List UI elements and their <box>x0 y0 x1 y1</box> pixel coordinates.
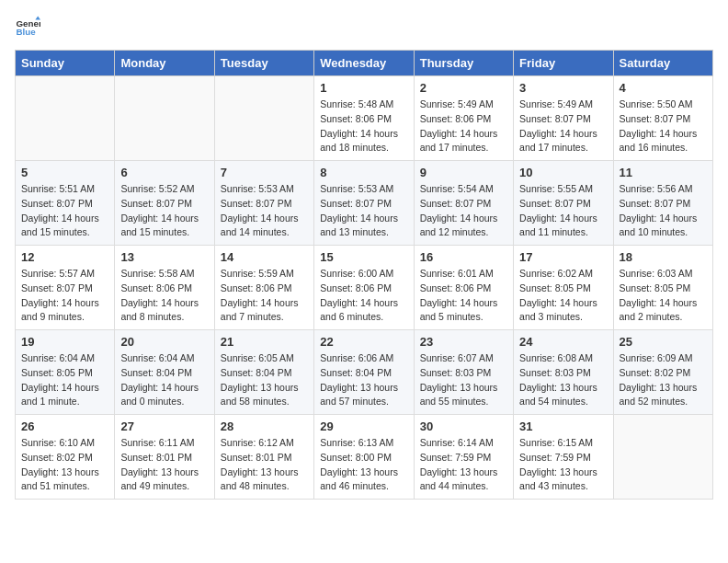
calendar-cell <box>613 415 712 500</box>
calendar-cell: 3Sunrise: 5:49 AM Sunset: 8:07 PM Daylig… <box>514 76 613 161</box>
day-number: 4 <box>620 81 707 95</box>
calendar-cell: 29Sunrise: 6:13 AM Sunset: 8:00 PM Dayli… <box>314 415 414 500</box>
day-number: 12 <box>21 250 108 264</box>
day-number: 27 <box>120 419 208 433</box>
calendar-cell: 13Sunrise: 5:58 AM Sunset: 8:06 PM Dayli… <box>115 246 214 330</box>
day-number: 3 <box>519 81 607 95</box>
calendar-cell: 10Sunrise: 5:55 AM Sunset: 8:07 PM Dayli… <box>514 161 613 246</box>
calendar-cell: 25Sunrise: 6:09 AM Sunset: 8:02 PM Dayli… <box>613 330 712 415</box>
day-info: Sunrise: 6:02 AM Sunset: 8:05 PM Dayligh… <box>519 267 607 325</box>
day-info: Sunrise: 5:59 AM Sunset: 8:06 PM Dayligh… <box>221 267 308 325</box>
calendar-cell: 6Sunrise: 5:52 AM Sunset: 8:07 PM Daylig… <box>115 161 214 246</box>
day-info: Sunrise: 5:53 AM Sunset: 8:07 PM Dayligh… <box>320 182 407 240</box>
calendar-cell: 12Sunrise: 5:57 AM Sunset: 8:07 PM Dayli… <box>16 246 115 330</box>
day-info: Sunrise: 5:52 AM Sunset: 8:07 PM Dayligh… <box>120 182 208 240</box>
calendar-cell: 14Sunrise: 5:59 AM Sunset: 8:06 PM Dayli… <box>214 246 313 330</box>
calendar-cell: 9Sunrise: 5:54 AM Sunset: 8:07 PM Daylig… <box>414 161 513 246</box>
day-number: 20 <box>120 335 208 349</box>
day-info: Sunrise: 5:50 AM Sunset: 8:07 PM Dayligh… <box>620 98 707 155</box>
day-info: Sunrise: 6:04 AM Sunset: 8:05 PM Dayligh… <box>21 351 108 409</box>
day-info: Sunrise: 5:49 AM Sunset: 8:06 PM Dayligh… <box>420 98 507 155</box>
calendar-cell: 24Sunrise: 6:08 AM Sunset: 8:03 PM Dayli… <box>514 330 613 415</box>
day-info: Sunrise: 5:49 AM Sunset: 8:07 PM Dayligh… <box>519 98 607 155</box>
calendar-cell: 27Sunrise: 6:11 AM Sunset: 8:01 PM Dayli… <box>115 415 214 500</box>
svg-text:Blue: Blue <box>16 27 36 37</box>
day-info: Sunrise: 5:53 AM Sunset: 8:07 PM Dayligh… <box>221 182 308 240</box>
day-number: 28 <box>221 419 308 433</box>
day-number: 9 <box>420 166 507 179</box>
day-info: Sunrise: 6:15 AM Sunset: 7:59 PM Dayligh… <box>519 436 607 494</box>
day-number: 8 <box>320 166 407 179</box>
day-info: Sunrise: 5:51 AM Sunset: 8:07 PM Dayligh… <box>21 182 108 240</box>
weekday-header-thursday: Thursday <box>414 51 513 76</box>
calendar-cell <box>115 76 214 161</box>
calendar-cell: 21Sunrise: 6:05 AM Sunset: 8:04 PM Dayli… <box>214 330 313 415</box>
calendar-cell: 22Sunrise: 6:06 AM Sunset: 8:04 PM Dayli… <box>314 330 414 415</box>
day-number: 10 <box>519 166 607 179</box>
day-info: Sunrise: 6:14 AM Sunset: 7:59 PM Dayligh… <box>420 436 507 494</box>
day-number: 25 <box>620 335 707 349</box>
day-number: 21 <box>221 335 308 349</box>
day-info: Sunrise: 6:00 AM Sunset: 8:06 PM Dayligh… <box>320 267 407 325</box>
day-number: 18 <box>620 250 707 264</box>
calendar-week-row: 12Sunrise: 5:57 AM Sunset: 8:07 PM Dayli… <box>16 246 713 330</box>
day-number: 5 <box>21 166 108 179</box>
calendar-cell: 5Sunrise: 5:51 AM Sunset: 8:07 PM Daylig… <box>16 161 115 246</box>
calendar-week-row: 19Sunrise: 6:04 AM Sunset: 8:05 PM Dayli… <box>16 330 713 415</box>
day-number: 16 <box>420 250 507 264</box>
day-number: 30 <box>420 419 507 433</box>
day-info: Sunrise: 5:54 AM Sunset: 8:07 PM Dayligh… <box>420 182 507 240</box>
calendar-cell: 26Sunrise: 6:10 AM Sunset: 8:02 PM Dayli… <box>16 415 115 500</box>
day-number: 31 <box>519 419 607 433</box>
weekday-header-wednesday: Wednesday <box>314 51 414 76</box>
day-info: Sunrise: 6:09 AM Sunset: 8:02 PM Dayligh… <box>620 351 707 409</box>
day-number: 29 <box>320 419 407 433</box>
day-info: Sunrise: 5:58 AM Sunset: 8:06 PM Dayligh… <box>120 267 208 325</box>
calendar-cell: 30Sunrise: 6:14 AM Sunset: 7:59 PM Dayli… <box>414 415 513 500</box>
day-info: Sunrise: 6:01 AM Sunset: 8:06 PM Dayligh… <box>420 267 507 325</box>
header: General Blue <box>15 15 713 40</box>
weekday-header-friday: Friday <box>514 51 613 76</box>
calendar-cell: 4Sunrise: 5:50 AM Sunset: 8:07 PM Daylig… <box>613 76 712 161</box>
calendar-cell: 11Sunrise: 5:56 AM Sunset: 8:07 PM Dayli… <box>613 161 712 246</box>
day-number: 11 <box>620 166 707 179</box>
logo: General Blue <box>15 15 40 40</box>
day-number: 13 <box>120 250 208 264</box>
day-number: 6 <box>120 166 208 179</box>
calendar-cell: 19Sunrise: 6:04 AM Sunset: 8:05 PM Dayli… <box>16 330 115 415</box>
day-number: 19 <box>21 335 108 349</box>
day-number: 26 <box>21 419 108 433</box>
calendar-week-row: 5Sunrise: 5:51 AM Sunset: 8:07 PM Daylig… <box>16 161 713 246</box>
day-info: Sunrise: 5:55 AM Sunset: 8:07 PM Dayligh… <box>519 182 607 240</box>
calendar-cell: 15Sunrise: 6:00 AM Sunset: 8:06 PM Dayli… <box>314 246 414 330</box>
calendar-cell: 23Sunrise: 6:07 AM Sunset: 8:03 PM Dayli… <box>414 330 513 415</box>
day-info: Sunrise: 6:07 AM Sunset: 8:03 PM Dayligh… <box>420 351 507 409</box>
day-info: Sunrise: 6:03 AM Sunset: 8:05 PM Dayligh… <box>620 267 707 325</box>
day-info: Sunrise: 5:57 AM Sunset: 8:07 PM Dayligh… <box>21 267 108 325</box>
day-info: Sunrise: 6:06 AM Sunset: 8:04 PM Dayligh… <box>320 351 407 409</box>
day-info: Sunrise: 6:05 AM Sunset: 8:04 PM Dayligh… <box>221 351 308 409</box>
calendar-cell: 16Sunrise: 6:01 AM Sunset: 8:06 PM Dayli… <box>414 246 513 330</box>
day-number: 17 <box>519 250 607 264</box>
day-info: Sunrise: 6:10 AM Sunset: 8:02 PM Dayligh… <box>21 436 108 494</box>
calendar-cell: 20Sunrise: 6:04 AM Sunset: 8:04 PM Dayli… <box>115 330 214 415</box>
day-number: 23 <box>420 335 507 349</box>
day-info: Sunrise: 6:04 AM Sunset: 8:04 PM Dayligh… <box>120 351 208 409</box>
calendar-week-row: 1Sunrise: 5:48 AM Sunset: 8:06 PM Daylig… <box>16 76 713 161</box>
day-number: 22 <box>320 335 407 349</box>
calendar-cell: 7Sunrise: 5:53 AM Sunset: 8:07 PM Daylig… <box>214 161 313 246</box>
calendar-cell <box>16 76 115 161</box>
calendar-cell: 8Sunrise: 5:53 AM Sunset: 8:07 PM Daylig… <box>314 161 414 246</box>
weekday-header-row: SundayMondayTuesdayWednesdayThursdayFrid… <box>16 51 713 76</box>
day-info: Sunrise: 6:13 AM Sunset: 8:00 PM Dayligh… <box>320 436 407 494</box>
day-info: Sunrise: 5:56 AM Sunset: 8:07 PM Dayligh… <box>620 182 707 240</box>
day-number: 14 <box>221 250 308 264</box>
weekday-header-monday: Monday <box>115 51 214 76</box>
calendar-cell <box>214 76 313 161</box>
day-info: Sunrise: 6:11 AM Sunset: 8:01 PM Dayligh… <box>120 436 208 494</box>
weekday-header-tuesday: Tuesday <box>214 51 313 76</box>
calendar-cell: 2Sunrise: 5:49 AM Sunset: 8:06 PM Daylig… <box>414 76 513 161</box>
day-info: Sunrise: 6:08 AM Sunset: 8:03 PM Dayligh… <box>519 351 607 409</box>
calendar-week-row: 26Sunrise: 6:10 AM Sunset: 8:02 PM Dayli… <box>16 415 713 500</box>
calendar-cell: 28Sunrise: 6:12 AM Sunset: 8:01 PM Dayli… <box>214 415 313 500</box>
